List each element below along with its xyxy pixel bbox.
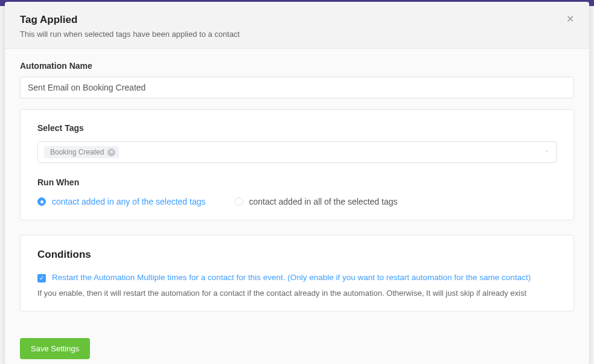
restart-checkbox[interactable]: ✓ (37, 274, 46, 283)
radio-option-any[interactable]: contact added in any of the selected tag… (37, 197, 206, 206)
conditions-help-text: If you enable, then it will restart the … (37, 289, 557, 298)
modal-body: Automation Name Select Tags Booking Crea… (5, 49, 589, 338)
chevron-down-icon (543, 148, 550, 156)
automation-name-label: Automation Name (20, 61, 574, 71)
conditions-title: Conditions (37, 249, 557, 261)
run-when-radio-group: contact added in any of the selected tag… (37, 197, 557, 206)
tag-remove-icon[interactable]: ✕ (107, 148, 115, 156)
conditions-card: Conditions ✓ Restart the Automation Mult… (20, 235, 574, 311)
radio-option-all[interactable]: contact added in all of the selected tag… (235, 197, 398, 206)
radio-all-label: contact added in all of the selected tag… (249, 197, 398, 206)
check-icon: ✓ (39, 275, 44, 281)
modal-footer: Save Settings (5, 338, 589, 364)
run-when-section: Run When contact added in any of the sel… (37, 177, 557, 206)
radio-all (235, 197, 243, 206)
select-tags-label: Select Tags (37, 123, 557, 133)
automation-name-group: Automation Name (20, 61, 574, 98)
modal-title: Tag Applied (20, 14, 574, 26)
tag-chip: Booking Created ✕ (44, 146, 119, 158)
settings-modal: Tag Applied This will run when selected … (5, 2, 589, 364)
trigger-card: Select Tags Booking Created ✕ Run When (20, 109, 574, 220)
close-icon: ✕ (566, 13, 574, 25)
modal-subtitle: This will run when selected tags have be… (20, 30, 574, 39)
automation-name-input[interactable] (20, 77, 574, 98)
modal-header: Tag Applied This will run when selected … (5, 2, 589, 49)
restart-checkbox-row[interactable]: ✓ Restart the Automation Multiple times … (37, 273, 557, 283)
tags-select[interactable]: Booking Created ✕ (37, 141, 557, 163)
save-settings-button[interactable]: Save Settings (20, 338, 90, 359)
run-when-label: Run When (37, 177, 557, 187)
tag-chip-label: Booking Created (50, 148, 104, 156)
radio-any-label: contact added in any of the selected tag… (52, 197, 206, 206)
restart-checkbox-label: Restart the Automation Multiple times fo… (52, 273, 531, 282)
radio-any (37, 197, 46, 206)
close-button[interactable]: ✕ (563, 11, 577, 26)
